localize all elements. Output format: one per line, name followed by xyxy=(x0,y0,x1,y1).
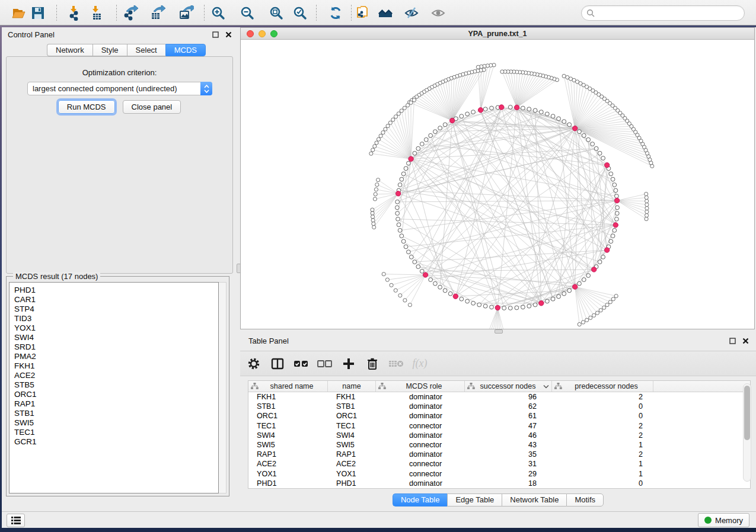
table-row[interactable]: SWI5SWI5connector431 xyxy=(248,440,750,450)
network-node[interactable] xyxy=(594,146,598,150)
network-node[interactable] xyxy=(379,134,382,137)
mcds-network-node[interactable] xyxy=(592,267,596,272)
column-header-name[interactable]: name xyxy=(328,381,376,392)
network-node[interactable] xyxy=(390,283,393,287)
network-node[interactable] xyxy=(373,145,377,148)
network-node[interactable] xyxy=(551,297,555,301)
mcds-network-node[interactable] xyxy=(453,294,458,299)
network-node[interactable] xyxy=(562,74,566,78)
float-table-panel-icon[interactable] xyxy=(728,336,737,345)
network-node[interactable] xyxy=(398,183,402,187)
tab-select[interactable]: Select xyxy=(127,44,165,56)
network-node[interactable] xyxy=(611,177,615,181)
network-node[interactable] xyxy=(599,309,602,312)
network-node[interactable] xyxy=(645,203,649,206)
network-node[interactable] xyxy=(385,278,389,281)
network-node[interactable] xyxy=(645,199,649,203)
network-node[interactable] xyxy=(582,133,586,137)
network-node[interactable] xyxy=(375,141,378,145)
network-node[interactable] xyxy=(374,193,377,196)
network-node[interactable] xyxy=(371,215,374,219)
network-node[interactable] xyxy=(490,106,494,110)
network-node[interactable] xyxy=(429,133,433,137)
table-row[interactable]: SWI4SWI4dominator462 xyxy=(248,431,750,440)
mcds-network-node[interactable] xyxy=(478,108,483,113)
mcds-result-item[interactable]: PHD1 xyxy=(14,286,218,295)
mcds-result-list[interactable]: PHD1CAR1STP4TID3YOX1SWI4SRD1PMA2FKH1ACE2… xyxy=(9,282,219,493)
network-node[interactable] xyxy=(404,245,408,249)
network-node[interactable] xyxy=(403,106,406,110)
network-node[interactable] xyxy=(615,206,620,210)
network-node[interactable] xyxy=(401,239,406,243)
mcds-result-scrollbar[interactable] xyxy=(219,282,227,493)
network-node[interactable] xyxy=(403,299,407,302)
network-node[interactable] xyxy=(557,117,561,121)
network-node[interactable] xyxy=(413,260,417,264)
mcds-network-node[interactable] xyxy=(495,305,500,310)
network-node[interactable] xyxy=(386,124,390,128)
search-input[interactable] xyxy=(595,9,744,18)
network-node[interactable] xyxy=(375,183,379,187)
network-node[interactable] xyxy=(409,255,413,259)
network-node[interactable] xyxy=(409,101,413,104)
network-node[interactable] xyxy=(609,172,613,176)
mcds-result-item[interactable]: SWI5 xyxy=(14,418,218,428)
network-node[interactable] xyxy=(483,107,487,111)
network-node[interactable] xyxy=(407,161,411,165)
network-node[interactable] xyxy=(438,126,442,130)
network-node[interactable] xyxy=(608,300,612,304)
network-node[interactable] xyxy=(420,142,424,146)
network-node[interactable] xyxy=(614,217,618,221)
network-node[interactable] xyxy=(586,274,591,278)
network-node[interactable] xyxy=(448,291,452,296)
network-node[interactable] xyxy=(602,306,606,309)
optimization-criterion-select[interactable]: largest connected component (undirected) xyxy=(27,82,212,95)
network-node[interactable] xyxy=(592,313,596,317)
network-node[interactable] xyxy=(578,130,582,134)
network-node[interactable] xyxy=(391,118,395,121)
network-node[interactable] xyxy=(476,65,480,69)
run-mcds-button[interactable]: Run MCDS xyxy=(58,100,115,114)
network-node[interactable] xyxy=(645,192,648,196)
network-node[interactable] xyxy=(589,316,592,319)
export-table-icon[interactable] xyxy=(149,4,167,22)
network-node[interactable] xyxy=(521,305,525,309)
mcds-network-node[interactable] xyxy=(449,118,454,123)
mcds-network-node[interactable] xyxy=(539,301,544,306)
network-node[interactable] xyxy=(372,222,375,226)
network-node[interactable] xyxy=(645,196,648,199)
network-node[interactable] xyxy=(562,291,566,296)
refresh-layout-icon[interactable] xyxy=(327,4,344,22)
network-view-titlebar[interactable]: YPA_prune.txt_1 xyxy=(241,28,754,40)
column-header-predecessor-nodes[interactable]: predecessor nodes xyxy=(552,381,653,392)
network-node[interactable] xyxy=(586,137,591,142)
network-node[interactable] xyxy=(562,120,566,124)
network-node[interactable] xyxy=(614,188,618,193)
network-node[interactable] xyxy=(420,269,424,273)
network-node[interactable] xyxy=(460,114,464,118)
tab-style[interactable]: Style xyxy=(92,44,127,56)
network-node[interactable] xyxy=(373,197,377,201)
network-node[interactable] xyxy=(438,285,442,289)
table-row[interactable]: ACE2ACE2connector311 xyxy=(248,459,750,469)
network-node[interactable] xyxy=(377,137,380,141)
mcds-result-item[interactable]: CAR1 xyxy=(14,295,218,305)
network-node[interactable] xyxy=(613,183,617,187)
table-row[interactable]: TEC1TEC1connector472 xyxy=(248,421,750,431)
network-node[interactable] xyxy=(384,127,387,131)
network-node[interactable] xyxy=(601,156,605,161)
network-node[interactable] xyxy=(408,303,412,307)
zoom-fit-icon[interactable] xyxy=(267,4,285,22)
network-node[interactable] xyxy=(371,211,374,215)
mcds-network-node[interactable] xyxy=(573,284,578,289)
network-node[interactable] xyxy=(527,304,531,308)
network-node[interactable] xyxy=(413,151,417,155)
mcds-result-item[interactable]: STB1 xyxy=(14,409,218,418)
network-node[interactable] xyxy=(416,146,420,150)
network-node[interactable] xyxy=(645,206,649,210)
select-all-icon[interactable] xyxy=(291,354,311,373)
network-node[interactable] xyxy=(598,260,602,264)
network-node[interactable] xyxy=(551,114,555,118)
search-box[interactable] xyxy=(581,5,745,21)
network-node[interactable] xyxy=(578,281,582,286)
